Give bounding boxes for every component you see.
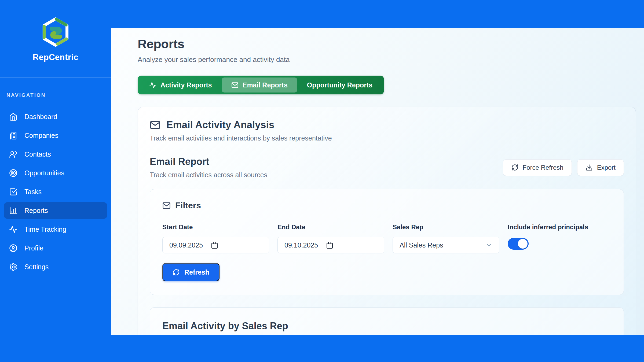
end-date-label: End Date [277, 223, 384, 231]
start-date-label: Start Date [162, 223, 269, 231]
include-inferred-field: Include inferred principals [508, 223, 611, 253]
email-analysis-card: Email Activity Analysis Track email acti… [138, 107, 636, 335]
refresh-icon [511, 164, 518, 171]
start-date-input[interactable]: 09.09.2025 [162, 237, 269, 253]
tab-email-reports[interactable]: Email Reports [222, 77, 297, 93]
report-actions: Force Refresh Export [503, 159, 624, 176]
filters-title: Filters [175, 201, 201, 210]
end-date-input[interactable]: 09.10.2025 [277, 237, 384, 253]
refresh-label: Refresh [184, 268, 209, 276]
nav-section-label: NAVIGATION [6, 92, 111, 98]
sales-rep-label: Sales Rep [393, 223, 499, 231]
mail-icon [162, 201, 171, 210]
export-button[interactable]: Export [577, 159, 624, 176]
tab-label: Opportunity Reports [307, 81, 372, 89]
page-title: Reports [138, 36, 636, 51]
gear-icon [9, 263, 17, 271]
sidebar-item-label: Companies [24, 132, 58, 139]
email-activity-by-rep-card: Email Activity by Sales Rep Summary of e… [150, 307, 624, 335]
main-content: Reports Analyze your sales performance a… [111, 28, 644, 335]
mail-icon [231, 82, 239, 89]
filters-card: Filters Start Date 09.09.2025 End Date 0… [150, 189, 624, 295]
sidebar-item-profile[interactable]: Profile [4, 240, 107, 256]
start-date-value: 09.09.2025 [169, 241, 203, 249]
export-label: Export [597, 164, 616, 171]
report-header-row: Email Report Track email activities acro… [150, 156, 624, 179]
sidebar-item-tasks[interactable]: Tasks [4, 183, 107, 200]
sidebar-item-reports[interactable]: Reports [4, 202, 107, 219]
rep-summary-title: Email Activity by Sales Rep [162, 320, 611, 332]
end-date-value: 09.10.2025 [284, 241, 318, 249]
force-refresh-label: Force Refresh [523, 164, 564, 171]
sidebar-item-label: Contacts [24, 150, 51, 158]
analysis-header: Email Activity Analysis [150, 119, 624, 131]
download-icon [586, 164, 593, 171]
sidebar-item-label: Time Tracking [24, 226, 66, 233]
sidebar-item-opportunities[interactable]: Opportunities [4, 165, 107, 181]
mail-icon [150, 120, 160, 130]
sidebar-item-time-tracking[interactable]: Time Tracking [4, 221, 107, 238]
filters-grid: Start Date 09.09.2025 End Date 09.10.202… [162, 223, 611, 253]
target-icon [9, 169, 17, 177]
tab-opportunity-reports[interactable]: Opportunity Reports [297, 77, 382, 93]
include-inferred-toggle[interactable] [508, 238, 529, 250]
sidebar-item-dashboard[interactable]: Dashboard [4, 108, 107, 125]
tab-label: Activity Reports [160, 81, 212, 89]
sales-rep-value: All Sales Reps [400, 241, 443, 249]
report-titles: Email Report Track email activities acro… [150, 156, 267, 179]
sales-rep-field: Sales Rep All Sales Reps [393, 223, 499, 253]
user-circle-icon [9, 244, 17, 252]
refresh-button[interactable]: Refresh [162, 263, 219, 281]
sidebar-item-label: Tasks [24, 188, 42, 196]
activity-icon [9, 225, 17, 234]
filters-header: Filters [162, 201, 611, 210]
bar-chart-icon [9, 206, 17, 215]
start-date-field: Start Date 09.09.2025 [162, 223, 269, 253]
calendar-icon[interactable] [326, 242, 333, 249]
end-date-field: End Date 09.10.2025 [277, 223, 384, 253]
sidebar-item-settings[interactable]: Settings [4, 258, 107, 275]
force-refresh-button[interactable]: Force Refresh [503, 159, 572, 176]
tab-label: Email Reports [243, 81, 288, 89]
sidebar-item-companies[interactable]: Companies [4, 127, 107, 144]
sidebar: RepCentric NAVIGATION Dashboard Companie… [0, 0, 111, 362]
sidebar-item-label: Settings [24, 263, 49, 271]
sidebar-item-label: Opportunities [24, 169, 64, 177]
activity-icon [149, 82, 156, 89]
repcentric-logo-icon [38, 16, 73, 50]
refresh-icon [173, 269, 180, 276]
building-icon [9, 131, 17, 140]
users-icon [9, 150, 17, 158]
analysis-title: Email Activity Analysis [166, 119, 274, 131]
report-subtitle: Track email activities across all source… [150, 171, 267, 179]
home-icon [9, 113, 17, 121]
check-square-icon [9, 188, 17, 196]
sales-rep-select[interactable]: All Sales Reps [393, 237, 499, 253]
app-root: RepCentric NAVIGATION Dashboard Companie… [0, 0, 644, 362]
brand-name: RepCentric [33, 53, 78, 62]
logo-block: RepCentric [0, 0, 111, 78]
sidebar-item-label: Dashboard [24, 113, 57, 121]
page-subtitle: Analyze your sales performance and activ… [138, 56, 636, 64]
report-title: Email Report [150, 156, 267, 167]
calendar-icon[interactable] [211, 242, 218, 249]
chevron-down-icon [485, 242, 492, 249]
sidebar-item-contacts[interactable]: Contacts [4, 146, 107, 162]
tab-activity-reports[interactable]: Activity Reports [140, 77, 222, 93]
report-tabs: Activity Reports Email Reports Opportuni… [138, 76, 384, 94]
analysis-subtitle: Track email activities and interactions … [150, 134, 624, 142]
sidebar-item-label: Profile [24, 244, 43, 252]
toggle-knob [518, 239, 528, 249]
sidebar-item-label: Reports [24, 207, 48, 215]
include-inferred-label: Include inferred principals [508, 223, 611, 231]
sidebar-nav: Dashboard Companies Contacts Opportuniti… [0, 108, 111, 275]
